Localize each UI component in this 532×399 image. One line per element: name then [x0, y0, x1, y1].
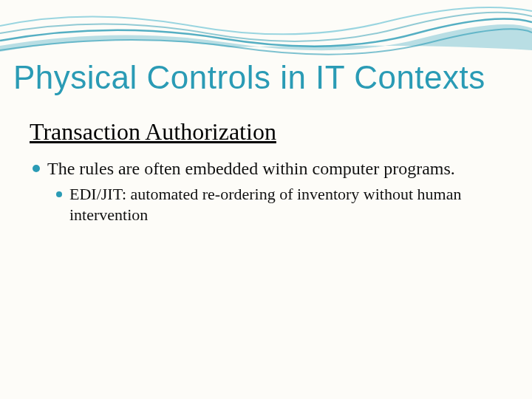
bullet-text: The rules are often embedded within comp…: [47, 157, 455, 180]
subtitle: Transaction Authorization: [30, 118, 502, 146]
bullet-level2: EDI/JIT: automated re-ordering of invent…: [56, 184, 502, 225]
bullet-dot-icon: [56, 191, 62, 197]
bullet-dot-icon: [33, 165, 40, 172]
bullet-level1: The rules are often embedded within comp…: [33, 157, 502, 180]
wave-decoration: [0, 0, 532, 66]
slide-title: Physical Controls in IT Contexts: [13, 59, 485, 96]
slide-content: Transaction Authorization The rules are …: [30, 118, 502, 225]
bullet-text: EDI/JIT: automated re-ordering of invent…: [69, 184, 502, 225]
